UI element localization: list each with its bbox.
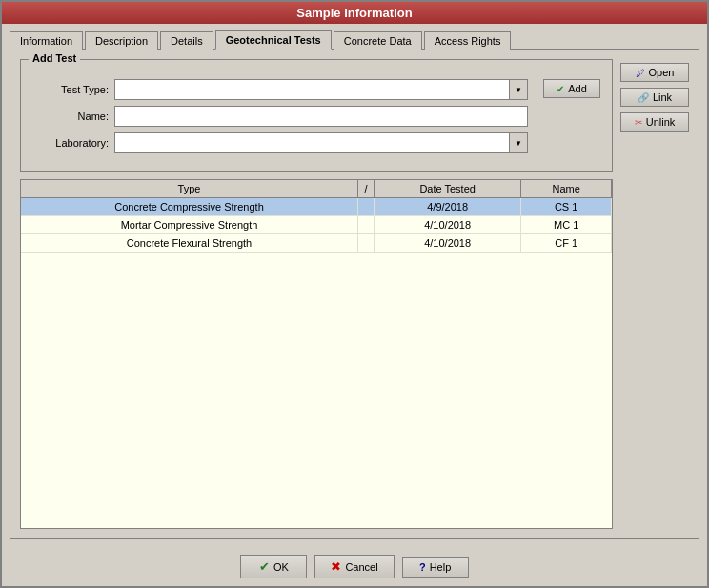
cell-divider <box>358 234 375 253</box>
content-area: Add Test Test Type: ▼ Name: <box>10 49 699 539</box>
cell-name: CF 1 <box>521 234 612 253</box>
main-panel: Add Test Test Type: ▼ Name: <box>20 59 613 529</box>
tab-geotechnical-tests[interactable]: Geotechnical Tests <box>215 30 332 50</box>
help-icon: ? <box>419 561 426 573</box>
tab-access-rights[interactable]: Access Rights <box>424 31 512 50</box>
test-type-select-wrap: ▼ <box>114 79 528 100</box>
tests-table-container: Type / Date Tested Name <box>20 179 613 529</box>
cell-date-tested: 4/10/2018 <box>375 234 521 253</box>
cell-name: MC 1 <box>521 216 612 234</box>
add-button[interactable]: ✔ Add <box>543 79 600 98</box>
test-type-label: Test Type: <box>32 84 109 95</box>
table-row[interactable]: Mortar Compressive Strength 4/10/2018 MC… <box>21 216 612 234</box>
table-body: Concrete Compressive Strength 4/9/2018 C… <box>21 198 612 253</box>
tab-concrete-data[interactable]: Concrete Data <box>334 31 422 50</box>
cell-type: Mortar Compressive Strength <box>21 216 358 234</box>
col-name: Name <box>521 180 612 198</box>
add-test-legend: Add Test <box>29 52 80 64</box>
add-icon: ✔ <box>557 84 564 94</box>
tab-details[interactable]: Details <box>160 31 213 50</box>
ok-button[interactable]: ✔ OK <box>240 555 307 578</box>
table-row[interactable]: Concrete Compressive Strength 4/9/2018 C… <box>21 198 612 216</box>
cell-divider <box>358 216 375 234</box>
name-label: Name: <box>32 111 109 122</box>
tests-table: Type / Date Tested Name <box>21 180 612 253</box>
cell-type: Concrete Compressive Strength <box>21 198 358 216</box>
col-date-tested: Date Tested <box>375 180 521 198</box>
cell-divider <box>358 198 375 216</box>
link-button[interactable]: 🔗 Link <box>620 88 689 107</box>
test-type-row: Test Type: ▼ <box>32 79 528 100</box>
window-title: Sample Information <box>296 6 412 20</box>
open-icon: 🖊 <box>636 68 645 78</box>
tab-description[interactable]: Description <box>85 31 158 50</box>
col-type: Type <box>21 180 358 198</box>
unlink-icon: ✂ <box>635 117 642 128</box>
test-type-select[interactable] <box>114 79 528 100</box>
laboratory-select-wrap: ▼ <box>114 132 528 153</box>
cancel-button[interactable]: ✖ Cancel <box>314 555 394 578</box>
laboratory-select[interactable] <box>114 132 528 153</box>
cancel-icon: ✖ <box>331 559 341 574</box>
cell-type: Concrete Flexural Strength <box>21 234 358 253</box>
add-test-group: Add Test Test Type: ▼ Name: <box>20 59 613 172</box>
cell-date-tested: 4/9/2018 <box>375 198 521 216</box>
unlink-button[interactable]: ✂ Unlink <box>620 112 689 132</box>
laboratory-row: Laboratory: ▼ <box>32 132 528 153</box>
cell-date-tested: 4/10/2018 <box>375 216 521 234</box>
tab-bar: Information Description Details Geotechn… <box>2 24 707 49</box>
cell-name: CS 1 <box>521 198 612 216</box>
footer: ✔ OK ✖ Cancel ? Help <box>2 547 707 586</box>
open-button[interactable]: 🖊 Open <box>620 63 689 82</box>
table-header: Type / Date Tested Name <box>21 180 612 198</box>
name-row: Name: <box>32 106 528 127</box>
link-icon: 🔗 <box>638 92 649 103</box>
ok-icon: ✔ <box>259 559 270 574</box>
title-bar: Sample Information <box>2 2 707 24</box>
help-button[interactable]: ? Help <box>402 557 469 578</box>
tab-information[interactable]: Information <box>10 31 83 50</box>
name-input[interactable] <box>114 106 528 127</box>
side-buttons: 🖊 Open 🔗 Link ✂ Unlink <box>620 59 689 529</box>
table-row[interactable]: Concrete Flexural Strength 4/10/2018 CF … <box>21 234 612 253</box>
main-window: Sample Information Information Descripti… <box>0 0 709 588</box>
laboratory-label: Laboratory: <box>32 137 109 149</box>
col-divider: / <box>358 180 375 198</box>
